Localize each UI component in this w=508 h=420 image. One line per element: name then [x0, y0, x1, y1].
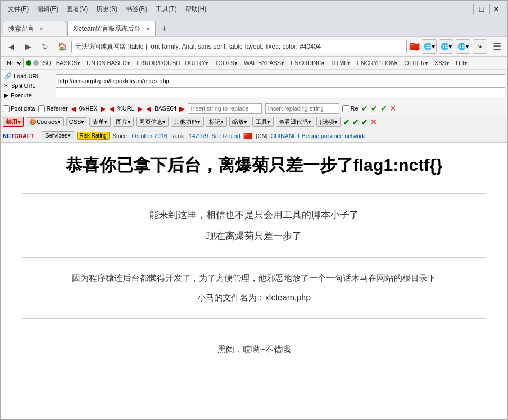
red-cancel-ext[interactable]: ✕: [370, 117, 377, 127]
section1-line2: 现在离爆菊只差一步了: [22, 230, 486, 242]
check-icon-3[interactable]: ✔: [380, 104, 387, 113]
back-button[interactable]: ◀: [4, 39, 19, 54]
insert-string-input[interactable]: [188, 103, 262, 114]
referrer-checkbox[interactable]: [38, 105, 45, 112]
hackbar-sql-basics[interactable]: SQL BASICS▾: [41, 59, 83, 67]
hex-label[interactable]: 0xHEX: [79, 105, 97, 112]
maximize-button[interactable]: □: [475, 4, 488, 14]
tab-2-close[interactable]: ✕: [146, 26, 150, 32]
extensions-button[interactable]: »: [473, 39, 487, 54]
hackbar-tools[interactable]: TOOLS▾: [213, 59, 240, 67]
load-url-button[interactable]: 🔗 Load URL: [3, 72, 56, 80]
hackbar-encoding[interactable]: ENCODING▾: [288, 59, 327, 67]
china-flag-icon: 🇨🇳: [409, 42, 420, 52]
bottom-section: 黑阔，哎哟~不错哦: [22, 330, 486, 370]
check-icon-2[interactable]: ✔: [371, 104, 377, 113]
tab-1-label: 搜索留言: [8, 24, 34, 33]
green-check-1[interactable]: ✔: [343, 117, 350, 127]
reload-button[interactable]: ↻: [38, 39, 52, 54]
hackbar-union-based[interactable]: UNION BASED▾: [85, 59, 132, 67]
since-date-link[interactable]: October 2016: [132, 133, 167, 139]
otherfunc-button[interactable]: 其他功能▾: [171, 117, 204, 127]
execute-icon: ▶: [4, 92, 8, 99]
site-report-link[interactable]: Site Report: [211, 133, 240, 139]
referrer-checkbox-label[interactable]: Referrer: [38, 105, 67, 112]
post-data-checkbox[interactable]: [3, 105, 10, 112]
content-area: 恭喜你已拿下后台，离爆菊只差一步了flag1:nctf{} 能来到这里，相信也不…: [1, 143, 507, 419]
hackbar-xss[interactable]: XSS▾: [432, 59, 451, 67]
tab-1[interactable]: 搜索留言 ✕: [3, 21, 66, 36]
options-button[interactable]: ||选项▾: [316, 117, 341, 127]
base64-label[interactable]: BASE64: [155, 105, 177, 112]
forward-button[interactable]: ▶: [21, 39, 35, 54]
split-url-button[interactable]: ✂ Split URL: [3, 81, 56, 90]
divider-3: [22, 318, 486, 319]
green-check-2[interactable]: ✔: [352, 117, 359, 127]
cancel-icon[interactable]: ✕: [390, 104, 396, 113]
replace-checkbox-label[interactable]: Re: [342, 105, 358, 112]
bookmark-button[interactable]: 标记▾: [206, 117, 227, 127]
home-button[interactable]: 🏠: [55, 39, 69, 54]
rank-value-link[interactable]: 147979: [189, 133, 208, 139]
ext-bar2: NETCRAFT . Services▾ Risk Rating Since: …: [1, 129, 507, 143]
address-text: 无法访问纯真网络 }table { font-family: Arial, sa…: [75, 42, 321, 51]
hackbar-html[interactable]: HTML▾: [329, 59, 352, 67]
hackbar-error-query[interactable]: ERROR/DOUBLE QUERY▾: [134, 59, 211, 67]
address-bar[interactable]: 无法访问纯真网络 }table { font-family: Arial, sa…: [71, 40, 407, 53]
nav-bar: ◀ ▶ ↻ 🏠 无法访问纯真网络 }table { font-family: A…: [1, 36, 507, 57]
img-button[interactable]: 图片▾: [113, 117, 134, 127]
hackbar-indicator-2: [33, 60, 39, 66]
since-text: Since:: [113, 133, 129, 139]
menu-history[interactable]: 历史(S): [93, 4, 121, 15]
webinfo-button[interactable]: 网页信息▾: [136, 117, 169, 127]
hackbar-indicator: [26, 60, 31, 66]
percent-label[interactable]: %URL: [117, 105, 134, 112]
nav-icon-2[interactable]: 🌐▾: [439, 39, 453, 54]
green-check-3[interactable]: ✔: [361, 117, 368, 127]
hackbar-lfi[interactable]: LFI▾: [453, 59, 469, 67]
hackbar-other[interactable]: OTHER▾: [402, 59, 430, 67]
post-data-checkbox-label[interactable]: Post data: [3, 105, 35, 112]
nav-icon-3[interactable]: 🌐▾: [456, 39, 470, 54]
services-button[interactable]: Services▾: [42, 131, 74, 140]
close-button[interactable]: ✕: [489, 4, 503, 14]
section2-line2: 小马的文件名为：xlcteam.php: [22, 291, 486, 305]
hackbar-select[interactable]: INT: [3, 58, 24, 68]
translate-button[interactable]: 🌐▾: [422, 39, 437, 54]
hackbar-url-extra: [56, 88, 505, 97]
netcraft-dot: .: [37, 133, 39, 139]
tools-ext-button[interactable]: 工具▾: [252, 117, 274, 127]
viewsource-button[interactable]: 查看源代码▾: [276, 117, 314, 127]
insert-replacing-input[interactable]: [265, 103, 339, 114]
menu-help[interactable]: 帮助(H): [182, 4, 210, 15]
css-button[interactable]: CSS▾: [66, 117, 88, 126]
right-arrow-3: ▶: [179, 105, 185, 113]
hackbar-url-input[interactable]: [56, 74, 505, 88]
network-name-link[interactable]: CHINANET Beijing province network: [270, 133, 365, 139]
hackbar-waf-bypass[interactable]: WAF BYPASS▾: [242, 59, 286, 67]
section2-line1: 因为程序猿连后台都懒得开发了，为了方便管理，他邪恶地放了一个一句话木马在网站的根…: [22, 271, 486, 285]
disable-button[interactable]: 禁用▾: [3, 117, 24, 127]
split-url-label: Split URL: [11, 83, 35, 89]
load-url-label: Load URL: [14, 73, 40, 79]
replace-checkbox[interactable]: [342, 105, 349, 112]
menu-tools[interactable]: 工具(T): [152, 4, 179, 15]
check-icon-1[interactable]: ✔: [361, 104, 368, 113]
menu-view[interactable]: 查看(V): [64, 4, 91, 15]
menu-bookmarks[interactable]: 书签(B): [123, 4, 150, 15]
execute-button[interactable]: ▶ Execute: [3, 91, 56, 99]
cn-flag-icon: 🇨🇳: [243, 132, 252, 140]
table-button[interactable]: 表单▾: [89, 117, 111, 127]
new-tab-button[interactable]: +: [157, 22, 171, 36]
referrer-label: Referrer: [46, 105, 67, 112]
menu-edit[interactable]: 编辑(E): [34, 4, 61, 15]
risk-rating-badge[interactable]: Risk Rating: [77, 132, 110, 140]
minimize-button[interactable]: —: [460, 4, 474, 14]
menu-file[interactable]: 文件(F): [5, 4, 32, 15]
hackbar-encryption[interactable]: ENCRYPTION▾: [355, 59, 400, 67]
tab-1-close[interactable]: ✕: [39, 26, 43, 32]
cookies-button[interactable]: 🍪Cookies▾: [26, 117, 64, 126]
zoom-button[interactable]: 缩放▾: [229, 117, 250, 127]
tab-2[interactable]: Xlcteam留言板系统后台 ✕: [67, 21, 156, 36]
browser-menu-button[interactable]: ☰: [489, 39, 504, 54]
